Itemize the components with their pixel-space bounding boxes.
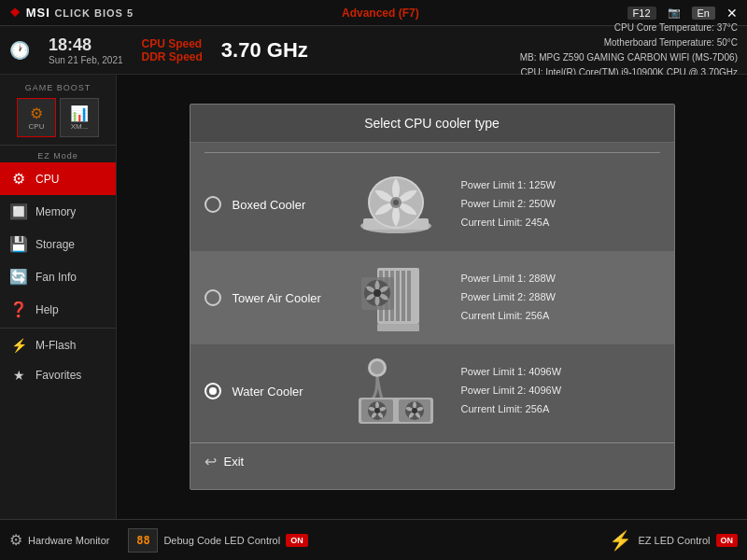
screenshot-icon: 📷 <box>668 7 681 19</box>
sidebar-item-fan-info[interactable]: 🔄 Fan Info <box>0 260 116 293</box>
sidebar-item-favorites[interactable]: ★ Favorites <box>0 360 116 390</box>
svg-point-15 <box>374 289 381 297</box>
hardware-monitor-button[interactable]: ⚙ Hardware Monitor <box>9 531 109 549</box>
water-cooler-label: Water Cooler <box>233 385 345 399</box>
sidebar-faninfo-label: Fan Info <box>35 271 77 284</box>
ez-mode-label: EZ Mode <box>0 145 116 162</box>
tower-cooler-specs: Power Limit 1: 288W Power Limit 2: 288W … <box>461 270 556 325</box>
cpu-boost-label: CPU <box>29 122 45 131</box>
tower-cooler-radio[interactable] <box>204 289 221 306</box>
main-area: GAME BOOST ⚙ CPU 📊 XM... EZ Mode ⚙ CPU 🔲… <box>0 75 747 519</box>
boost-xm-button[interactable]: 📊 XM... <box>60 98 99 137</box>
time-block: 18:48 Sun 21 Feb, 2021 <box>49 35 123 65</box>
ez-led-toggle[interactable]: ON <box>716 534 739 547</box>
debug-code-label: Debug Code LED Control <box>163 535 280 546</box>
svg-point-5 <box>393 200 399 205</box>
ddr-speed-label: DDR Speed <box>142 50 203 63</box>
exit-button[interactable]: ↩ Exit <box>190 442 674 480</box>
msi-logo: ❖ MSI CLICK BIOS 5 <box>9 6 134 20</box>
top-bar-center: Advanced (F7) <box>342 7 419 20</box>
water-cooler-option[interactable]: Water Cooler <box>190 344 674 438</box>
memory-sidebar-icon: 🔲 <box>9 203 28 220</box>
tower-cooler-option[interactable]: Tower Air Cooler <box>190 251 674 344</box>
boxed-cooler-label: Boxed Cooler <box>233 198 345 212</box>
modal-body: Boxed Cooler <box>190 143 674 489</box>
cpu-core-temp: CPU Core Temperature: 37°C <box>520 21 738 35</box>
boxed-cooler-option[interactable]: Boxed Cooler <box>190 158 674 251</box>
tower-cooler-image <box>345 260 447 335</box>
boxed-cooler-radio[interactable] <box>204 196 221 213</box>
boxed-spec-2: Power Limit 2: 250W <box>461 195 556 214</box>
modal-top-divider <box>204 152 660 153</box>
boxed-spec-1: Power Limit 1: 125W <box>461 176 556 195</box>
boxed-cooler-specs: Power Limit 1: 125W Power Limit 2: 250W … <box>461 176 556 231</box>
sidebar-item-memory[interactable]: 🔲 Memory <box>0 195 116 228</box>
sidebar-item-mflash[interactable]: ⚡ M-Flash <box>0 330 116 360</box>
svg-point-25 <box>412 408 417 413</box>
debug-display: 88 <box>136 534 149 547</box>
sidebar-cpu-label: CPU <box>35 173 59 186</box>
exit-icon: ↩ <box>204 453 217 470</box>
xm-boost-icon: 📊 <box>70 105 89 122</box>
language-button[interactable]: En <box>692 7 715 20</box>
boxed-cooler-image <box>345 167 447 242</box>
tower-spec-2: Power Limit 2: 288W <box>461 288 556 307</box>
water-cooler-radio[interactable] <box>204 383 221 399</box>
modal-header: Select CPU cooler type <box>190 105 674 143</box>
modal-overlay: Select CPU cooler type Boxed Cooler <box>117 75 747 519</box>
ez-led-item: ⚡ EZ LED Control ON <box>609 529 738 552</box>
debug-code-item: 88 Debug Code LED Control ON <box>128 528 307 553</box>
top-bar-left: ❖ MSI CLICK BIOS 5 <box>9 6 134 20</box>
clock-icon: 🕐 <box>9 40 30 61</box>
exit-label: Exit <box>224 455 245 469</box>
modal-title: Select CPU cooler type <box>364 116 500 131</box>
debug-code-icon: 88 <box>128 528 158 553</box>
water-cooler-specs: Power Limit 1: 4096W Power Limit 2: 4096… <box>461 363 562 418</box>
sidebar-favorites-label: Favorites <box>35 369 81 382</box>
svg-rect-11 <box>402 271 405 321</box>
help-sidebar-icon: ❓ <box>9 301 28 318</box>
top-bar-right: F12 📷 En ✕ <box>627 6 738 21</box>
sidebar-item-help[interactable]: ❓ Help <box>0 293 116 326</box>
info-bar: 🕐 18:48 Sun 21 Feb, 2021 CPU Speed DDR S… <box>0 26 747 75</box>
bios-background: ❖ MSI CLICK BIOS 5 Advanced (F7) F12 📷 E… <box>0 0 747 560</box>
close-icon[interactable]: ✕ <box>726 6 738 21</box>
bottom-bar: ⚙ Hardware Monitor 88 Debug Code LED Con… <box>0 519 747 560</box>
svg-point-22 <box>374 408 380 413</box>
debug-toggle[interactable]: ON <box>286 534 308 547</box>
boost-cpu-button[interactable]: ⚙ CPU <box>17 98 56 137</box>
cpu-frequency: 3.70 GHz <box>221 38 308 63</box>
boost-icons: ⚙ CPU 📊 XM... <box>0 94 116 141</box>
water-spec-2: Power Limit 2: 4096W <box>461 382 562 400</box>
water-cooler-image <box>345 354 447 428</box>
cpu-sidebar-icon: ⚙ <box>9 170 28 188</box>
ez-led-label: EZ LED Control <box>638 535 710 546</box>
sidebar-memory-label: Memory <box>35 205 76 218</box>
svg-rect-12 <box>407 271 411 321</box>
cooler-selection-modal: Select CPU cooler type Boxed Cooler <box>190 104 675 490</box>
sidebar-divider <box>0 328 116 329</box>
favorites-icon: ★ <box>9 368 28 383</box>
tower-spec-3: Current Limit: 256A <box>461 307 556 326</box>
svg-rect-10 <box>396 271 400 321</box>
water-spec-3: Current Limit: 256A <box>461 400 562 419</box>
mb-info: MB: MPG Z590 GAMING CARBON WIFI (MS-7D06… <box>520 50 738 65</box>
f12-button[interactable]: F12 <box>627 7 656 20</box>
sidebar-item-cpu[interactable]: ⚙ CPU <box>0 162 116 195</box>
svg-point-18 <box>371 361 384 374</box>
current-date: Sun 21 Feb, 2021 <box>49 55 123 65</box>
hardware-monitor-label: Hardware Monitor <box>28 535 109 546</box>
speed-labels: CPU Speed DDR Speed <box>142 37 203 63</box>
game-boost-label: GAME BOOST <box>0 79 116 94</box>
sidebar-item-storage[interactable]: 💾 Storage <box>0 228 116 260</box>
ez-led-icon: ⚡ <box>609 529 632 552</box>
tower-cooler-label: Tower Air Cooler <box>233 291 345 305</box>
xm-boost-label: XM... <box>71 122 89 131</box>
mflash-icon: ⚡ <box>9 338 28 353</box>
advanced-mode-label: Advanced (F7) <box>342 7 419 20</box>
fan-sidebar-icon: 🔄 <box>9 268 28 286</box>
mb-temp: Motherboard Temperature: 50°C <box>520 35 738 50</box>
sidebar-help-label: Help <box>35 303 59 316</box>
boxed-spec-3: Current Limit: 245A <box>461 214 556 232</box>
sidebar-mflash-label: M-Flash <box>35 339 76 352</box>
